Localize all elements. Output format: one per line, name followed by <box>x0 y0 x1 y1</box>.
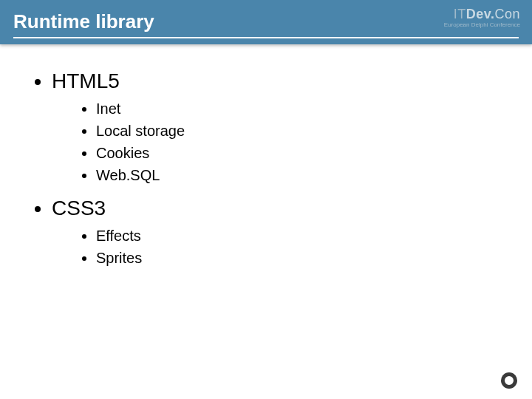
brand-part-con: Con <box>494 7 520 21</box>
slide-title: Runtime library <box>0 0 154 33</box>
slide-body: HTML5 Inet Local storage Cookies Web.SQL… <box>0 44 532 269</box>
brand-tagline: European Delphi Conference <box>444 22 520 28</box>
list-item-label: HTML5 <box>52 69 120 92</box>
bullet-list-level2: Inet Local storage Cookies Web.SQL <box>96 98 532 186</box>
list-item: Cookies <box>96 142 532 164</box>
bullet-list-level1: HTML5 Inet Local storage Cookies Web.SQL… <box>30 69 532 269</box>
ring-icon <box>501 372 517 389</box>
list-item-label: CSS3 <box>52 197 106 219</box>
list-item: Effects <box>96 225 532 247</box>
slide-header: Runtime library ITDev.Con European Delph… <box>0 0 532 44</box>
list-item: CSS3 Effects Sprites <box>52 197 532 269</box>
brand-block: ITDev.Con European Delphi Conference <box>444 7 520 28</box>
list-item: Inet <box>96 98 532 120</box>
brand-part-dev: Dev. <box>466 7 495 21</box>
bullet-list-level2: Effects Sprites <box>96 225 532 269</box>
list-item: Local storage <box>96 120 532 142</box>
brand-part-it: IT <box>454 7 466 21</box>
list-item: HTML5 Inet Local storage Cookies Web.SQL <box>52 69 532 186</box>
list-item: Web.SQL <box>96 164 532 186</box>
brand-wordmark: ITDev.Con <box>444 7 520 21</box>
title-underline <box>13 37 519 38</box>
list-item: Sprites <box>96 247 532 269</box>
